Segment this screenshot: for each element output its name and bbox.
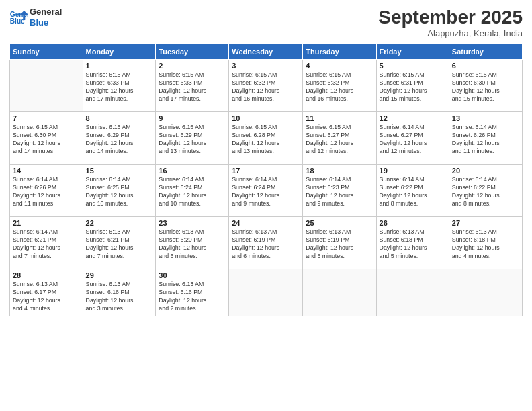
day-header: Sunday (10, 44, 83, 60)
calendar-cell: 14Sunrise: 6:14 AMSunset: 6:26 PMDayligh… (10, 165, 83, 217)
calendar-cell: 30Sunrise: 6:13 AMSunset: 6:16 PMDayligh… (156, 269, 229, 316)
day-number: 10 (232, 114, 300, 122)
day-number: 9 (159, 114, 226, 122)
calendar-cell (376, 269, 449, 316)
day-info: Sunrise: 6:13 AMSunset: 6:19 PMDaylight:… (306, 228, 373, 261)
day-header: Friday (376, 44, 449, 60)
day-number: 18 (306, 167, 373, 175)
day-info: Sunrise: 6:15 AMSunset: 6:29 PMDaylight:… (86, 124, 153, 156)
day-info: Sunrise: 6:14 AMSunset: 6:26 PMDaylight:… (452, 124, 519, 156)
day-number: 12 (380, 114, 446, 122)
day-header: Monday (83, 44, 156, 60)
calendar-cell: 20Sunrise: 6:14 AMSunset: 6:22 PMDayligh… (449, 165, 522, 217)
calendar-cell (229, 269, 303, 316)
day-number: 28 (13, 271, 80, 279)
day-info: Sunrise: 6:14 AMSunset: 6:24 PMDaylight:… (159, 176, 226, 208)
day-info: Sunrise: 6:14 AMSunset: 6:21 PMDaylight:… (13, 228, 80, 261)
calendar-cell: 15Sunrise: 6:14 AMSunset: 6:25 PMDayligh… (83, 165, 156, 217)
day-number: 3 (232, 62, 300, 70)
calendar-cell: 24Sunrise: 6:13 AMSunset: 6:19 PMDayligh… (229, 217, 303, 269)
day-number: 16 (159, 167, 226, 175)
day-number: 15 (86, 167, 153, 175)
logo-line1: General (30, 7, 62, 17)
day-number: 17 (232, 167, 300, 175)
day-info: Sunrise: 6:13 AMSunset: 6:16 PMDaylight:… (86, 281, 153, 313)
title-block: September 2025 Alappuzha, Kerala, India (378, 7, 523, 38)
day-number: 1 (86, 62, 153, 70)
calendar-cell (303, 269, 376, 316)
day-info: Sunrise: 6:15 AMSunset: 6:32 PMDaylight:… (232, 71, 300, 103)
day-number: 29 (86, 271, 153, 279)
calendar-cell: 2Sunrise: 6:15 AMSunset: 6:33 PMDaylight… (156, 60, 229, 112)
day-info: Sunrise: 6:14 AMSunset: 6:23 PMDaylight:… (306, 176, 373, 208)
calendar-cell: 26Sunrise: 6:13 AMSunset: 6:18 PMDayligh… (376, 217, 449, 269)
day-info: Sunrise: 6:14 AMSunset: 6:27 PMDaylight:… (380, 124, 446, 156)
calendar-table: SundayMondayTuesdayWednesdayThursdayFrid… (9, 44, 523, 316)
day-number: 8 (86, 114, 153, 122)
calendar-cell: 16Sunrise: 6:14 AMSunset: 6:24 PMDayligh… (156, 165, 229, 217)
day-number: 7 (13, 114, 80, 122)
calendar-cell: 5Sunrise: 6:15 AMSunset: 6:31 PMDaylight… (376, 60, 449, 112)
day-number: 22 (86, 219, 153, 227)
day-info: Sunrise: 6:15 AMSunset: 6:30 PMDaylight:… (13, 124, 80, 156)
day-number: 26 (380, 219, 446, 227)
day-info: Sunrise: 6:13 AMSunset: 6:20 PMDaylight:… (159, 228, 226, 261)
day-number: 13 (452, 114, 519, 122)
calendar-cell: 21Sunrise: 6:14 AMSunset: 6:21 PMDayligh… (10, 217, 83, 269)
logo: General Blue General Blue (9, 7, 62, 28)
day-info: Sunrise: 6:15 AMSunset: 6:31 PMDaylight:… (380, 71, 446, 103)
calendar-cell: 1Sunrise: 6:15 AMSunset: 6:33 PMDaylight… (83, 60, 156, 112)
calendar-cell: 22Sunrise: 6:13 AMSunset: 6:21 PMDayligh… (83, 217, 156, 269)
day-info: Sunrise: 6:13 AMSunset: 6:16 PMDaylight:… (159, 281, 226, 313)
day-number: 6 (452, 62, 519, 70)
calendar-cell: 27Sunrise: 6:13 AMSunset: 6:18 PMDayligh… (449, 217, 522, 269)
page-header: General Blue General Blue September 2025… (9, 7, 523, 38)
day-number: 23 (159, 219, 226, 227)
day-info: Sunrise: 6:14 AMSunset: 6:26 PMDaylight:… (13, 176, 80, 208)
day-number: 21 (13, 219, 80, 227)
calendar-cell: 13Sunrise: 6:14 AMSunset: 6:26 PMDayligh… (449, 112, 522, 165)
day-number: 2 (159, 62, 226, 70)
calendar-cell: 17Sunrise: 6:14 AMSunset: 6:24 PMDayligh… (229, 165, 303, 217)
day-info: Sunrise: 6:13 AMSunset: 6:18 PMDaylight:… (452, 228, 519, 261)
day-number: 30 (159, 271, 226, 279)
calendar-cell: 28Sunrise: 6:13 AMSunset: 6:17 PMDayligh… (10, 269, 83, 316)
day-info: Sunrise: 6:14 AMSunset: 6:22 PMDaylight:… (380, 176, 446, 208)
calendar-cell: 11Sunrise: 6:15 AMSunset: 6:27 PMDayligh… (303, 112, 376, 165)
day-number: 24 (232, 219, 300, 227)
calendar-cell: 8Sunrise: 6:15 AMSunset: 6:29 PMDaylight… (83, 112, 156, 165)
calendar-cell: 25Sunrise: 6:13 AMSunset: 6:19 PMDayligh… (303, 217, 376, 269)
day-info: Sunrise: 6:13 AMSunset: 6:18 PMDaylight:… (380, 228, 446, 261)
calendar-cell: 4Sunrise: 6:15 AMSunset: 6:32 PMDaylight… (303, 60, 376, 112)
calendar-cell: 29Sunrise: 6:13 AMSunset: 6:16 PMDayligh… (83, 269, 156, 316)
location-subtitle: Alappuzha, Kerala, India (378, 28, 523, 38)
day-number: 25 (306, 219, 373, 227)
day-info: Sunrise: 6:15 AMSunset: 6:27 PMDaylight:… (306, 124, 373, 156)
calendar-cell: 3Sunrise: 6:15 AMSunset: 6:32 PMDaylight… (229, 60, 303, 112)
day-number: 4 (306, 62, 373, 70)
svg-text:Blue: Blue (10, 17, 25, 25)
calendar-cell: 7Sunrise: 6:15 AMSunset: 6:30 PMDaylight… (10, 112, 83, 165)
day-info: Sunrise: 6:13 AMSunset: 6:19 PMDaylight:… (232, 228, 300, 261)
day-number: 14 (13, 167, 80, 175)
day-info: Sunrise: 6:15 AMSunset: 6:32 PMDaylight:… (306, 71, 373, 103)
day-header: Thursday (303, 44, 376, 60)
day-header: Saturday (449, 44, 522, 60)
month-title: September 2025 (378, 7, 523, 28)
day-info: Sunrise: 6:15 AMSunset: 6:28 PMDaylight:… (232, 124, 300, 156)
calendar-cell: 19Sunrise: 6:14 AMSunset: 6:22 PMDayligh… (376, 165, 449, 217)
day-header: Wednesday (229, 44, 303, 60)
day-info: Sunrise: 6:15 AMSunset: 6:30 PMDaylight:… (452, 71, 519, 103)
calendar-cell: 18Sunrise: 6:14 AMSunset: 6:23 PMDayligh… (303, 165, 376, 217)
day-info: Sunrise: 6:15 AMSunset: 6:33 PMDaylight:… (159, 71, 226, 103)
day-info: Sunrise: 6:13 AMSunset: 6:17 PMDaylight:… (13, 281, 80, 313)
day-number: 19 (380, 167, 446, 175)
day-info: Sunrise: 6:15 AMSunset: 6:33 PMDaylight:… (86, 71, 153, 103)
calendar-cell: 12Sunrise: 6:14 AMSunset: 6:27 PMDayligh… (376, 112, 449, 165)
day-info: Sunrise: 6:14 AMSunset: 6:24 PMDaylight:… (232, 176, 300, 208)
day-info: Sunrise: 6:14 AMSunset: 6:22 PMDaylight:… (452, 176, 519, 208)
calendar-cell (449, 269, 522, 316)
day-info: Sunrise: 6:13 AMSunset: 6:21 PMDaylight:… (86, 228, 153, 261)
logo-line2: Blue (30, 17, 62, 28)
calendar-cell (10, 60, 83, 112)
